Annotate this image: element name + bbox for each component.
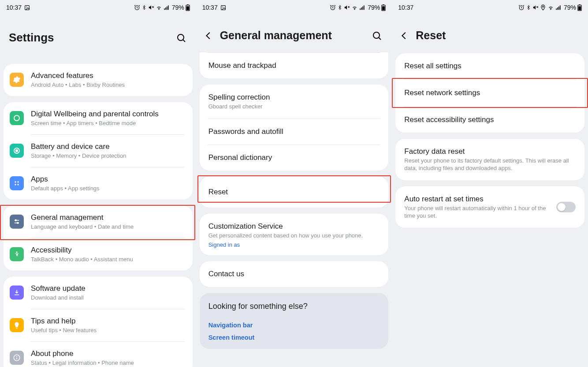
item-personal-dictionary[interactable]: Personal dictionary xyxy=(200,145,389,171)
svg-point-25 xyxy=(17,222,19,224)
item-reset[interactable]: Reset xyxy=(200,177,389,208)
item-about-phone[interactable]: About phone Status • Legal information •… xyxy=(4,342,193,367)
item-sub: Download and install xyxy=(31,294,185,302)
bulb-icon xyxy=(10,318,24,332)
svg-rect-53 xyxy=(560,5,561,10)
svg-point-43 xyxy=(373,32,380,38)
item-sub: Android Auto • Labs • Bixby Routines xyxy=(31,82,185,89)
wifi-icon xyxy=(547,4,554,11)
mute-icon xyxy=(344,4,350,11)
status-icons: 79% xyxy=(330,4,386,11)
svg-point-13 xyxy=(178,34,184,41)
item-label: Digital Wellbeing and parental controls xyxy=(31,109,185,119)
svg-rect-55 xyxy=(579,4,580,5)
item-label: Spelling correction xyxy=(208,93,380,102)
item-factory-data-reset[interactable]: Factory data reset Reset your phone to i… xyxy=(395,139,584,180)
item-contact-us[interactable]: Contact us xyxy=(200,261,389,287)
search-button[interactable] xyxy=(175,32,187,44)
toggle-auto-restart[interactable] xyxy=(556,202,576,212)
svg-rect-38 xyxy=(362,7,363,10)
svg-point-20 xyxy=(15,184,16,185)
svg-rect-29 xyxy=(16,358,17,360)
mute-icon xyxy=(532,4,539,11)
svg-rect-42 xyxy=(382,6,385,10)
item-tips-help[interactable]: Tips and help Useful tips • New features xyxy=(4,309,193,341)
battery-icon xyxy=(381,4,386,11)
svg-rect-56 xyxy=(578,6,581,10)
item-label: Reset network settings xyxy=(404,88,576,98)
item-sub: Gboard spell checker xyxy=(208,103,380,111)
item-sub: Useful tips • New features xyxy=(31,327,185,334)
item-label: Apps xyxy=(31,174,185,184)
item-reset-all[interactable]: Reset all settings xyxy=(395,53,584,79)
back-button[interactable] xyxy=(399,30,409,41)
item-sub: Get personalized content based on how yo… xyxy=(208,232,380,240)
item-reset-accessibility[interactable]: Reset accessibility settings xyxy=(395,107,584,133)
gear-icon xyxy=(10,73,24,87)
item-label: Reset accessibility settings xyxy=(404,115,576,125)
item-passwords-autofill[interactable]: Passwords and autofill xyxy=(200,119,389,145)
item-label: About phone xyxy=(31,349,185,359)
svg-line-14 xyxy=(183,40,185,42)
download-icon xyxy=(10,285,24,300)
battery-percent: 79% xyxy=(368,4,380,11)
card-system: General management Language and keyboard… xyxy=(4,206,193,271)
item-software-update[interactable]: Software update Download and install xyxy=(4,277,193,309)
status-bar: 10:37 79% xyxy=(196,0,392,13)
item-battery-care[interactable]: Battery and device care Storage • Memory… xyxy=(4,135,193,167)
item-auto-restart[interactable]: Auto restart at set times Your phone wil… xyxy=(395,186,584,228)
svg-point-18 xyxy=(15,182,16,183)
item-link: Signed in as xyxy=(208,241,380,249)
page-title: General management xyxy=(220,29,365,42)
item-label: Tips and help xyxy=(31,316,185,326)
svg-point-15 xyxy=(14,115,19,121)
search-button[interactable] xyxy=(371,30,383,42)
status-icons: 79% xyxy=(518,4,582,11)
status-bar: 10:37 79% xyxy=(392,0,588,13)
battery-percent: 79% xyxy=(564,4,576,11)
item-label: Contact us xyxy=(208,269,380,279)
item-advanced-features[interactable]: Advanced features Android Auto • Labs • … xyxy=(4,64,193,96)
card-device: Digital Wellbeing and parental controls … xyxy=(4,102,193,200)
item-label: Advanced features xyxy=(31,71,185,81)
picture-icon xyxy=(24,5,30,11)
item-sub: Language and keyboard • Date and time xyxy=(31,223,185,231)
status-time: 10:37 xyxy=(398,4,413,11)
bluetooth-icon xyxy=(526,4,531,11)
location-icon xyxy=(540,4,546,11)
back-button[interactable] xyxy=(203,30,214,41)
chevron-left-icon xyxy=(399,31,409,41)
svg-rect-30 xyxy=(221,5,225,10)
card-auto-restart: Auto restart at set times Your phone wil… xyxy=(395,186,584,228)
svg-rect-37 xyxy=(361,7,362,10)
item-customization-service[interactable]: Customization Service Get personalized c… xyxy=(200,214,389,255)
suggest-link-screen-timeout[interactable]: Screen timeout xyxy=(208,331,380,344)
item-accessibility[interactable]: Accessibility TalkBack • Mono audio • As… xyxy=(4,238,193,271)
page-title: Reset xyxy=(416,29,579,42)
suggest-link-navigation-bar[interactable]: Navigation bar xyxy=(208,319,380,331)
accessibility-icon xyxy=(10,247,24,261)
item-apps[interactable]: Apps Default apps • App settings xyxy=(4,167,193,200)
battery-percent: 79% xyxy=(172,4,184,11)
bluetooth-icon xyxy=(141,4,147,11)
card-suggestions: Looking for something else? Navigation b… xyxy=(200,293,389,349)
picture-icon xyxy=(220,5,226,11)
item-reset-network[interactable]: Reset network settings xyxy=(395,79,584,107)
item-label: Battery and device care xyxy=(31,142,185,152)
suggest-title: Looking for something else? xyxy=(208,302,380,311)
card-advanced: Advanced features Android Auto • Labs • … xyxy=(4,64,193,96)
svg-point-48 xyxy=(542,6,543,7)
svg-point-21 xyxy=(17,184,19,185)
item-mouse-trackpad[interactable]: Mouse and trackpad xyxy=(200,53,389,78)
item-digital-wellbeing[interactable]: Digital Wellbeing and parental controls … xyxy=(4,102,193,134)
svg-point-19 xyxy=(17,182,19,183)
item-spelling-correction[interactable]: Spelling correction Gboard spell checker xyxy=(200,85,389,119)
item-label: Customization Service xyxy=(208,222,380,231)
svg-point-23 xyxy=(15,220,16,221)
item-label: Mouse and trackpad xyxy=(208,61,380,70)
svg-rect-8 xyxy=(167,7,167,10)
search-icon xyxy=(372,30,382,41)
item-label: Auto restart at set times xyxy=(404,194,549,204)
item-general-management[interactable]: General management Language and keyboard… xyxy=(4,206,193,238)
card-info: Software update Download and install Tip… xyxy=(4,277,193,367)
